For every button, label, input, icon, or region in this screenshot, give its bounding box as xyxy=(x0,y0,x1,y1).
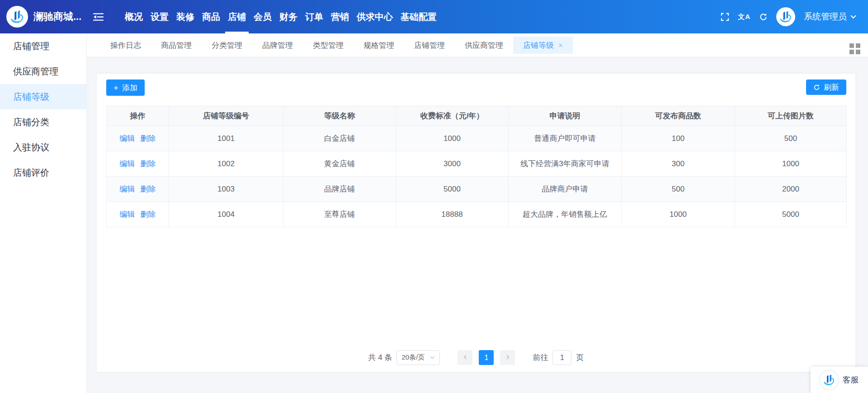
tab[interactable]: 操作日志 xyxy=(100,37,151,54)
sidebar-item[interactable]: 店铺评价 xyxy=(0,160,86,185)
cell-level-name: 白金店铺 xyxy=(283,126,396,151)
brand-name: 澜驰商城... xyxy=(33,10,81,23)
edit-link[interactable]: 编辑 xyxy=(120,134,135,143)
tab-label: 类型管理 xyxy=(313,40,344,51)
column-header: 可上传图片数 xyxy=(735,106,847,126)
page-suffix: 页 xyxy=(576,352,584,363)
delete-link[interactable]: 删除 xyxy=(141,134,156,143)
cell-image-count: 1000 xyxy=(735,151,847,177)
cell-goods-count: 1000 xyxy=(622,202,735,227)
column-header: 申请说明 xyxy=(509,106,622,126)
cell-image-count: 2000 xyxy=(735,177,847,202)
refresh-button[interactable]: 刷新 xyxy=(806,80,846,95)
customer-service-button[interactable]: 客服 xyxy=(811,367,868,393)
user-avatar[interactable] xyxy=(776,7,795,26)
navbar-menu-item-label: 财务 xyxy=(279,11,297,23)
user-menu[interactable]: 系统管理员 xyxy=(804,11,856,23)
tab-close-icon[interactable]: × xyxy=(558,42,563,49)
chevron-down-icon xyxy=(850,15,856,19)
cell-apply-desc: 普通商户即可申请 xyxy=(509,126,622,151)
user-name: 系统管理员 xyxy=(804,11,847,23)
pagination: 共 4 条 20条/页 ‹ 1 › 前往 页 xyxy=(97,350,855,365)
page-size-select[interactable]: 20条/页 xyxy=(396,350,440,365)
sidebar-item[interactable]: 店铺等级 xyxy=(0,84,86,109)
delete-link[interactable]: 删除 xyxy=(141,185,156,193)
navbar-menu-item[interactable]: 店铺 xyxy=(228,0,246,33)
cell-goods-count: 100 xyxy=(622,126,735,151)
tab-options-grid-icon[interactable] xyxy=(849,43,860,54)
tab[interactable]: 分类管理 xyxy=(202,37,252,54)
cell-apply-desc: 超大品牌，年销售额上亿 xyxy=(509,202,622,227)
navbar-menu: 概况 设置 装修 商品 店铺 会员 财务 订单 营销 供求中心 基础配置 xyxy=(125,0,437,33)
brand-logo-icon xyxy=(6,6,28,28)
column-header: 店铺等级编号 xyxy=(169,106,283,126)
toolbar: + 添加 刷新 xyxy=(106,80,846,96)
tab[interactable]: 品牌管理 xyxy=(252,37,303,54)
tab[interactable]: 规格管理 xyxy=(354,37,404,54)
navbar-menu-item-label: 店铺 xyxy=(228,11,246,23)
brand: 澜驰商城... xyxy=(0,6,81,28)
cell-fee: 5000 xyxy=(396,177,509,202)
navbar-menu-item-label: 概况 xyxy=(125,11,143,23)
sidebar-item-label: 店铺管理 xyxy=(13,40,49,52)
table-row: 编辑删除 1001 白金店铺 1000 普通商户即可申请 100 500 xyxy=(107,126,847,151)
tab-bar: 操作日志 商品管理 分类管理 品牌管理 类型管理 规格管理 店铺管理 供应商管理… xyxy=(87,33,868,57)
cell-fee: 18888 xyxy=(396,202,509,227)
delete-link[interactable]: 删除 xyxy=(141,159,156,168)
cell-fee: 1000 xyxy=(396,126,509,151)
navbar-menu-item[interactable]: 营销 xyxy=(331,0,349,33)
tab[interactable]: 商品管理 xyxy=(151,37,202,54)
column-header: 操作 xyxy=(107,106,169,126)
sidebar-item[interactable]: 入驻协议 xyxy=(0,135,86,160)
actions-cell: 编辑删除 xyxy=(107,151,169,177)
navbar-menu-item-label: 基础配置 xyxy=(401,11,437,23)
goto-page-input[interactable] xyxy=(552,350,571,365)
cell-goods-count: 500 xyxy=(622,177,735,202)
navbar-menu-item[interactable]: 装修 xyxy=(176,0,194,33)
chevron-down-icon xyxy=(430,356,435,360)
add-button[interactable]: + 添加 xyxy=(106,80,145,96)
navbar-menu-item[interactable]: 订单 xyxy=(305,0,323,33)
content-card: + 添加 刷新 xyxy=(97,74,855,372)
shop-level-table: 操作店铺等级编号等级名称收费标准（元/年）申请说明可发布商品数可上传图片数 编辑… xyxy=(106,106,846,227)
tab[interactable]: 类型管理 xyxy=(303,37,354,54)
table-row: 编辑删除 1002 黄金店铺 3000 线下经营满3年商家可申请 300 100… xyxy=(107,151,847,177)
navbar-menu-item-label: 设置 xyxy=(151,11,169,23)
page-number-1[interactable]: 1 xyxy=(479,350,494,365)
navbar-menu-item[interactable]: 基础配置 xyxy=(401,0,437,33)
cell-image-count: 5000 xyxy=(735,202,847,227)
navbar-menu-item[interactable]: 概况 xyxy=(125,0,143,33)
sidebar-item[interactable]: 店铺管理 xyxy=(0,33,86,59)
refresh-cache-icon[interactable] xyxy=(759,13,768,21)
table-row: 编辑删除 1003 品牌店铺 5000 品牌商户申请 500 2000 xyxy=(107,177,847,202)
sidebar-item[interactable]: 供应商管理 xyxy=(0,59,86,84)
cell-goods-count: 300 xyxy=(622,151,735,177)
collapse-menu-icon[interactable] xyxy=(93,13,104,21)
sidebar: 店铺管理 供应商管理 店铺等级 店铺分类 入驻协议 店铺评价 xyxy=(0,33,87,393)
edit-link[interactable]: 编辑 xyxy=(120,185,135,193)
prev-page-button[interactable]: ‹ xyxy=(458,350,472,365)
delete-link[interactable]: 删除 xyxy=(141,210,156,219)
navbar-menu-item[interactable]: 供求中心 xyxy=(357,0,393,33)
edit-link[interactable]: 编辑 xyxy=(120,210,135,219)
edit-link[interactable]: 编辑 xyxy=(120,159,135,168)
navbar-menu-item[interactable]: 会员 xyxy=(254,0,272,33)
navbar-menu-item-label: 装修 xyxy=(176,11,194,23)
next-page-button[interactable]: › xyxy=(500,350,515,365)
translate-icon[interactable]: 文A xyxy=(738,13,750,21)
tab[interactable]: 供应商管理 xyxy=(455,37,513,54)
actions-cell: 编辑删除 xyxy=(107,126,169,151)
cell-level-id: 1001 xyxy=(169,126,283,151)
tab-label: 供应商管理 xyxy=(465,40,503,51)
tab[interactable]: 店铺管理 xyxy=(404,37,455,54)
fullscreen-icon[interactable] xyxy=(721,13,729,21)
navbar-menu-item-label: 订单 xyxy=(305,11,323,23)
sidebar-item-label: 供应商管理 xyxy=(13,66,58,78)
navbar-menu-item[interactable]: 财务 xyxy=(279,0,297,33)
sidebar-item[interactable]: 店铺分类 xyxy=(0,109,86,135)
cell-image-count: 500 xyxy=(735,126,847,151)
navbar-menu-item[interactable]: 设置 xyxy=(151,0,169,33)
tab[interactable]: 店铺等级 × xyxy=(513,37,573,54)
cell-level-id: 1004 xyxy=(169,202,283,227)
navbar-menu-item[interactable]: 商品 xyxy=(202,0,220,33)
